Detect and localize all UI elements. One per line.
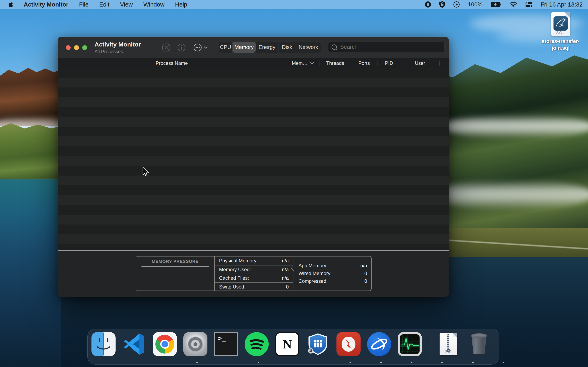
running-indicator: [350, 362, 351, 363]
stat-value: 0: [286, 284, 289, 290]
menubar-clock[interactable]: Fri 16 Apr 13:32: [541, 1, 583, 8]
screen-recording-stop-icon[interactable]: [425, 1, 431, 8]
memory-stats-panel: MEMORY PRESSURE Physical Memory:n/a Memo…: [136, 256, 372, 291]
activity-monitor-window: Activity Monitor All Processes CPU Memor…: [58, 37, 449, 297]
battery-charging-icon[interactable]: [491, 2, 502, 7]
control-center-icon[interactable]: [525, 1, 532, 8]
menu-window[interactable]: Window: [143, 1, 164, 8]
minimize-button[interactable]: [74, 45, 79, 50]
stat-row: Cached Files:n/a: [215, 274, 293, 282]
dock-vscode-icon[interactable]: [122, 332, 146, 356]
column-separator: [401, 60, 401, 66]
column-header-process-name[interactable]: Process Name: [58, 58, 286, 68]
running-indicator: [441, 362, 443, 363]
view-segmented-control: CPU Memory Energy Disk Network: [219, 42, 321, 53]
wifi-icon[interactable]: [510, 2, 517, 7]
column-separator: [286, 60, 286, 66]
page-fold: [453, 333, 457, 337]
mouse-cursor: [143, 167, 150, 177]
play-circle-icon[interactable]: [453, 1, 460, 8]
dock-terminal-icon[interactable]: >_: [214, 332, 238, 356]
sea-ripple: [0, 179, 61, 367]
tab-memory[interactable]: Memory: [233, 42, 256, 53]
dock-spotify-icon[interactable]: [245, 332, 269, 356]
stat-row: Memory Used:n/a: [215, 266, 293, 274]
dock-trash-icon[interactable]: [467, 332, 491, 356]
shield-lock-icon[interactable]: [439, 1, 445, 8]
column-header-pid[interactable]: PID: [378, 58, 401, 68]
stat-value: n/a: [282, 267, 289, 272]
dock-separator: [431, 334, 432, 359]
fog-band: [439, 114, 588, 139]
stat-value: n/a: [360, 263, 367, 268]
apple-logo-icon[interactable]: [8, 2, 13, 7]
column-separator: [439, 60, 440, 66]
fog-band: [427, 179, 588, 210]
table-header: Process Name Mem… Threads Ports PID User: [58, 58, 449, 68]
running-indicator: [196, 362, 198, 363]
column-separator: [320, 60, 320, 66]
close-button[interactable]: [66, 45, 71, 50]
column-header-threads[interactable]: Threads: [320, 58, 351, 68]
column-header-memory[interactable]: Mem…: [286, 58, 320, 68]
menu-view[interactable]: View: [120, 1, 133, 8]
window-subtitle: All Processes: [95, 49, 123, 54]
memory-stats-middle: Physical Memory:n/a Memory Used:n/a Cach…: [215, 257, 293, 291]
dock-remote-desktop-icon[interactable]: [337, 332, 361, 356]
search-icon: [332, 44, 337, 50]
mysql-dolphin-icon: [553, 16, 568, 31]
tab-network[interactable]: Network: [296, 42, 321, 53]
menu-help[interactable]: Help: [175, 1, 187, 8]
stat-row: Physical Memory:n/a: [215, 257, 293, 265]
chevron-down-icon[interactable]: [204, 46, 208, 50]
menu-bar: Activity Monitor File Edit View Window H…: [0, 0, 588, 9]
stat-value: n/a: [282, 258, 289, 264]
column-header-user[interactable]: User: [401, 58, 439, 68]
stat-label: Swap Used:: [219, 284, 245, 290]
dock-notion-icon[interactable]: N: [275, 332, 299, 356]
sql-file-page-icon: SQL: [551, 12, 570, 36]
memory-pressure-axis: [141, 266, 209, 267]
desktop-screen: Activity Monitor File Edit View Window H…: [0, 0, 588, 367]
stat-label: Wired Memory:: [298, 271, 332, 276]
dock-finder-icon[interactable]: [91, 332, 116, 356]
column-header-ports[interactable]: Ports: [351, 58, 378, 68]
tab-energy[interactable]: Energy: [256, 42, 278, 53]
more-options-button[interactable]: [193, 43, 202, 52]
stat-row: App Memory:n/a: [294, 262, 372, 269]
dock-zip-file-icon[interactable]: ZIP: [436, 332, 460, 356]
wallpaper-hills-left: [0, 122, 61, 187]
memory-pressure-title: MEMORY PRESSURE: [136, 259, 214, 264]
running-indicator: [503, 362, 504, 363]
search-input[interactable]: [340, 44, 441, 50]
stat-row: Wired Memory:0: [294, 269, 372, 277]
stat-row: Compressed:0: [294, 277, 372, 285]
desktop-file-label[interactable]: stores-transfer-join.sql: [539, 38, 582, 51]
notion-letter: N: [283, 337, 292, 351]
column-separator: [351, 60, 351, 66]
menu-file[interactable]: File: [79, 1, 89, 8]
memory-pressure-graph: [136, 267, 214, 291]
tab-cpu[interactable]: CPU: [219, 42, 233, 53]
stat-value: 0: [364, 271, 367, 276]
battery-percent-label: 100%: [468, 1, 483, 8]
dock-activity-monitor-icon[interactable]: [398, 332, 422, 356]
menu-edit[interactable]: Edit: [99, 1, 109, 8]
dock-battle-net-icon[interactable]: [367, 332, 391, 356]
terminal-prompt-glyph: >_: [218, 335, 226, 343]
inspect-process-button[interactable]: [177, 43, 186, 52]
menubar-app-name[interactable]: Activity Monitor: [24, 1, 68, 8]
quit-process-button[interactable]: [162, 43, 171, 52]
desktop-file-sql[interactable]: SQL stores-transfer-join.sql: [539, 12, 582, 51]
running-indicator: [380, 362, 382, 363]
dock-chrome-icon[interactable]: [153, 332, 177, 356]
tab-disk[interactable]: Disk: [278, 42, 296, 53]
dock-system-preferences-icon[interactable]: [183, 332, 208, 356]
column-separator: [378, 60, 378, 66]
process-table-body[interactable]: [58, 68, 449, 250]
zoom-button[interactable]: [82, 45, 87, 50]
stat-value: 0: [364, 278, 367, 284]
running-indicator: [258, 362, 259, 363]
dock-security-shield-icon[interactable]: [306, 332, 330, 356]
search-field[interactable]: [328, 42, 444, 52]
